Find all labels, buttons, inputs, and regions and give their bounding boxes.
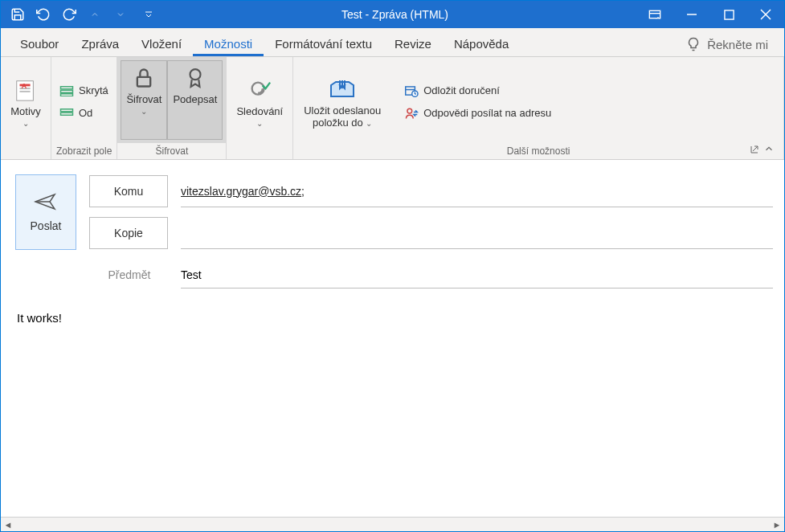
ribbon-badge-icon [181,64,210,92]
close-button[interactable] [747,1,784,28]
save-folder-icon [328,76,357,103]
dialog-launcher-icon[interactable] [750,145,759,154]
ribbon-display-options-icon[interactable] [636,1,673,28]
body-text: It works! [17,311,62,325]
quick-access-toolbar [1,7,153,22]
svg-rect-1 [649,10,660,18]
svg-rect-14 [61,93,73,96]
to-field[interactable]: vitezslav.grygar@vsb.cz; [181,175,773,207]
maximize-button[interactable] [710,1,747,28]
tracking-icon [245,76,274,104]
send-icon [34,192,58,211]
chevron-down-icon: ⌄ [141,107,147,116]
tab-insert[interactable]: Vložení [130,31,193,56]
scroll-track[interactable] [15,520,770,530]
direct-replies-button[interactable]: Odpovědi posílat na adresu [401,104,554,122]
tab-format[interactable]: Formátování textu [264,31,383,56]
themes-button[interactable]: A Motivy ⌄ [6,73,46,131]
bcc-icon [59,84,74,98]
delay-delivery-button[interactable]: Odložit doručení [401,82,554,100]
to-button[interactable]: Komu [89,175,168,207]
subject-field[interactable]: Test [181,261,773,289]
undo-icon[interactable] [36,7,51,22]
tab-review[interactable]: Revize [383,31,443,56]
replyto-label: Odpovědi posílat na adresu [423,107,551,119]
sign-label: Podepsat [173,93,217,105]
bcc-button[interactable]: Skrytá [56,82,112,100]
chevron-up-icon[interactable] [88,7,102,22]
chevron-down-icon: ⌄ [256,119,263,128]
collapse-ribbon-icon[interactable] [763,143,775,154]
scroll-right-icon[interactable]: ► [770,520,784,530]
from-icon [59,106,74,121]
message-body[interactable]: It works! [15,311,773,517]
ribbon-tabs: Soubor Zpráva Vložení Možnosti Formátová… [1,28,784,57]
tell-me-label: Řekněte mi [707,38,768,51]
svg-rect-16 [61,113,73,115]
chevron-down-icon: ⌄ [366,119,372,128]
window-controls [636,1,784,28]
calendar-clock-icon [404,84,419,98]
cc-button[interactable]: Kopie [89,217,168,249]
delay-label: Odložit doručení [423,84,500,96]
svg-rect-13 [61,90,73,92]
reply-to-icon [404,106,419,121]
from-button[interactable]: Od [56,104,112,122]
minimize-button[interactable] [673,1,710,28]
encrypt-button[interactable]: Šifrovat ⌄ [121,60,167,140]
themes-icon: A [11,76,40,104]
subject-label: Předmět [89,268,170,281]
redo-icon[interactable] [62,7,76,22]
send-button[interactable]: Poslat [15,174,76,250]
group-encrypt: Šifrovat ⌄ Podepsat Šifrovat [117,57,227,159]
svg-point-18 [190,69,200,80]
tab-message[interactable]: Zpráva [70,31,130,56]
svg-rect-17 [137,77,150,87]
ribbon: A Motivy ⌄ Skrytá Od Zobrazit pole [1,57,784,160]
group-label-encrypt: Šifrovat [117,143,226,159]
tab-help[interactable]: Nápověda [443,31,520,56]
send-label: Poslat [31,219,62,232]
tracking-label: Sledování [236,105,283,117]
encrypt-label: Šifrovat [126,93,161,105]
subject-value: Test [181,268,202,281]
tab-options[interactable]: Možnosti [193,31,264,56]
to-value: vitezslav.grygar@vsb.cz [181,185,301,198]
group-tracking: Sledování ⌄ [227,57,293,159]
cc-field[interactable] [181,217,773,249]
svg-rect-12 [61,86,73,88]
chevron-down-icon[interactable] [113,7,128,22]
window-title: Test - Zpráva (HTML) [153,8,636,21]
tell-me[interactable]: Řekněte mi [686,37,784,56]
from-label: Od [79,107,92,119]
compose-area: Poslat Komu vitezslav.grygar@vsb.cz; Kop… [1,160,784,517]
svg-point-24 [407,108,412,113]
svg-text:A: A [21,82,27,90]
qat-customize-icon[interactable] [144,10,153,19]
svg-line-25 [753,146,758,151]
tab-file[interactable]: Soubor [9,31,70,56]
save-sent-label: Uložit odeslanou položku do ⌄ [303,104,382,129]
bcc-label: Skrytá [79,84,108,96]
chevron-down-icon: ⌄ [22,119,29,128]
svg-rect-10 [20,90,31,92]
group-themes: A Motivy ⌄ [1,57,51,159]
svg-rect-4 [724,10,733,18]
group-more-options: Uložit odeslanou položku do ⌄ Odložit do… [293,57,784,159]
sign-button[interactable]: Podepsat [167,60,223,140]
themes-label: Motivy [10,105,41,117]
group-label-showfields: Zobrazit pole [56,143,112,159]
horizontal-scrollbar[interactable]: ◄ ► [1,517,784,531]
tracking-button[interactable]: Sledování ⌄ [231,73,288,131]
group-label-more: Další možnosti [298,143,779,159]
save-sent-button[interactable]: Uložit odeslanou položku do ⌄ [298,72,386,132]
scroll-left-icon[interactable]: ◄ [1,520,15,530]
group-show-fields: Skrytá Od Zobrazit pole [51,57,117,159]
save-icon[interactable] [10,7,25,22]
title-bar: Test - Zpráva (HTML) [1,1,784,28]
lock-icon [129,64,158,92]
svg-rect-15 [61,108,73,111]
lightbulb-icon [686,37,701,51]
